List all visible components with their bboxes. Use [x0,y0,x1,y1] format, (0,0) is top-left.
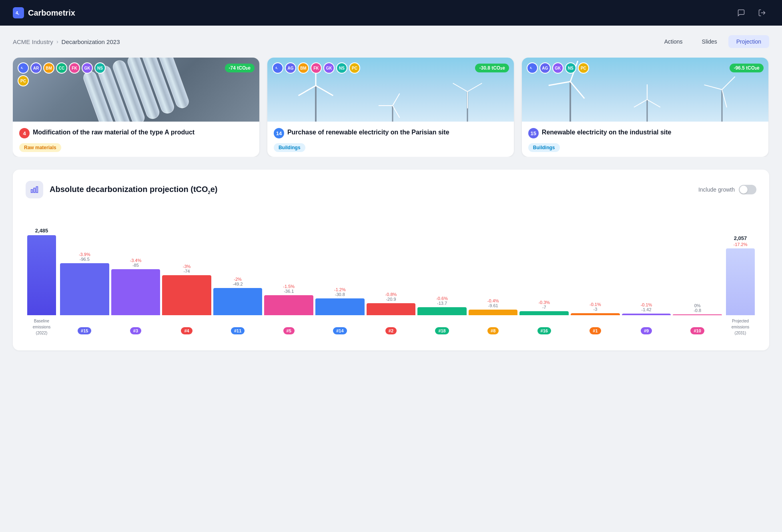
main-content: ACME Industry › Decarbonization 2023 Act… [0,26,782,360]
bar-rect-4 [162,275,211,315]
bar-bottom-4: #4 [181,327,192,334]
svg-text:4,: 4, [21,66,23,70]
avatar-logo-15: 4, [527,62,538,74]
slides-button[interactable]: Slides [694,35,725,48]
bar-abs-16: -7 [542,305,546,310]
emission-badge-15: -96.5 tCO₂e [730,64,763,72]
bar-rect-9 [622,314,671,315]
bar-rect-8 [469,310,518,315]
breadcrumb-parent[interactable]: ACME Industry [13,38,53,45]
card-badges-4-row2: PC [18,75,255,86]
card-number-4: 4 [19,128,30,138]
card-title-row-15: 15 Renewable electricity on the industri… [528,128,762,138]
chart-container: 2,485 Baselineemissions(2022) -3.9% -96.… [26,211,756,339]
bar-rect-14 [315,298,365,315]
avatar-ns-14: NS [336,62,347,74]
baseline-col: 2,485 Baselineemissions(2022) [26,228,58,315]
bar-col-4: -3% -74 #4 [162,264,211,315]
category-tag-14: Buildings [274,143,305,152]
bar-bottom-14: #14 [333,327,347,334]
turbine-3 [457,82,477,122]
chart-section: Absolute decarbonization projection (tCO… [13,170,769,350]
emission-badge-4: -74 tCO₂e [225,64,255,72]
bar-tag-3: #3 [130,327,141,334]
bar-rect-16 [519,311,569,315]
bar-rect-11 [213,288,263,315]
svg-rect-6 [34,188,35,192]
category-tag-4: Raw materials [19,143,61,152]
bar-bottom-15: #15 [78,327,91,334]
projected-value: 2,057 [734,235,747,241]
bar-bottom-16: #16 [537,327,551,334]
svg-rect-7 [36,187,38,193]
toggle-knob [740,186,748,194]
baseline-bar [27,235,56,315]
avatar-ag-14: AG [285,62,296,74]
avatar-fk-14: FK [311,62,322,74]
bar-abs-11: -49.2 [233,282,243,286]
bar-col-5: -1.5% -36.1 #5 [264,284,313,315]
avatar-ns-15: NS [565,62,576,74]
card-badges-15: 4, AG GK NS PC -96.5 tCO₂e [527,62,764,74]
bar-pct-4: -3% [183,264,191,269]
bar-col-2: -0.8% -20.9 #2 [367,292,416,315]
bar-tag-4: #4 [181,327,192,334]
card-title-row-4: 4 Modification of the raw material of th… [19,128,253,138]
bar-tag-16: #16 [537,327,551,334]
bar-rect-1 [571,313,620,315]
emission-badge-14: -30.8 tCO₂e [475,64,509,72]
bar-tag-10: #10 [690,327,704,334]
bar-abs-14: -30.8 [335,292,345,297]
bar-abs-15: -96.5 [80,257,90,262]
card-title-14: Purchase of renewable electricity on the… [287,128,449,137]
chart-header: Absolute decarbonization projection (tCO… [26,181,756,198]
action-card-15[interactable]: 4, AG GK NS PC -96.5 tCO₂e 15 Renewable … [522,58,768,157]
bar-abs-1: -3 [594,307,598,312]
avatar-logo: 4, [18,62,29,74]
turbine-2 [385,98,401,122]
logout-button[interactable] [755,6,769,20]
bar-bottom-8: #8 [487,327,499,334]
turbine-15-2 [639,90,655,122]
chat-button[interactable] [734,6,748,20]
projected-bottom-label: Projectedemissions(2031) [732,318,749,336]
bar-tag-15: #15 [78,327,91,334]
bar-col-3: -3.4% -85 #3 [111,258,160,315]
bar-abs-5: -36.1 [284,289,294,294]
bar-col-14: -1.2% -30.8 #14 [315,287,365,315]
card-badges-4: 4, AR BM CC FK GK NS -74 tCO₂e [18,62,255,74]
action-card-14[interactable]: 4, AG BM FK GK NS PC -30.8 tCO₂e 14 Purc… [267,58,514,157]
card-number-14: 14 [274,128,284,138]
bar-pct-10: 0% [694,303,701,308]
bar-pct-8: -0.4% [487,298,499,303]
bar-tag-9: #9 [641,327,652,334]
svg-text:4,: 4, [275,66,278,70]
include-growth-toggle[interactable] [739,185,756,194]
bar-abs-9: -1.42 [641,307,651,312]
bar-bottom-10: #10 [690,327,704,334]
bar-col-8: -0.4% -9.61 #8 [469,298,518,315]
bar-tag-18: #18 [435,327,449,334]
avatar-pc: PC [18,75,29,86]
avatar-fk: FK [69,62,80,74]
avatar-pc-14: PC [349,62,360,74]
actions-button[interactable]: Actions [656,35,691,48]
bar-abs-4: -74 [184,269,190,274]
bar-col-9: -0.1% -1.42 #9 [622,302,671,315]
card-badges-14: 4, AG BM FK GK NS PC -30.8 tCO₂e [272,62,509,74]
action-cards-row: 4, AR BM CC FK GK NS -74 tCO₂e PC 4 Mod [13,58,769,157]
bar-abs-3: -85 [132,263,139,268]
action-card-4[interactable]: 4, AR BM CC FK GK NS -74 tCO₂e PC 4 Mod [13,58,259,157]
baseline-value: 2,485 [35,228,48,234]
avatar-bm-14: BM [298,62,309,74]
card-title-row-14: 14 Purchase of renewable electricity on … [274,128,507,138]
avatar-gk-14: GK [323,62,335,74]
projected-bar [726,248,755,315]
projection-button[interactable]: Projection [728,35,769,48]
bar-tag-11: #11 [231,327,245,334]
projected-col: 2,057 -17.2% Projectedemissions(2031) [724,235,756,315]
bar-rect-18 [417,307,467,315]
bar-rect-5 [264,295,313,315]
card-number-15: 15 [528,128,539,138]
avatar-cc: CC [56,62,67,74]
